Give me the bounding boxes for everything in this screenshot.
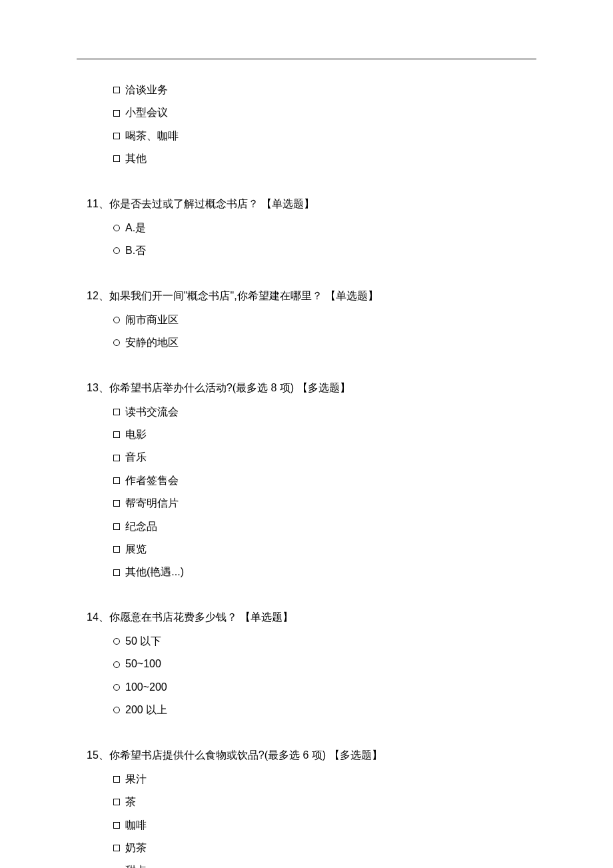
question-13: 13、你希望书店举办什么活动?(最多选 8 项) 【多选题】 读书交流会 电影 … <box>87 379 526 583</box>
checkbox-icon <box>113 133 120 139</box>
option-item[interactable]: 纪念品 <box>113 517 526 537</box>
radio-icon <box>113 661 120 668</box>
option-item[interactable]: 闹市商业区 <box>113 310 526 330</box>
option-item[interactable]: 奶茶 <box>113 838 526 858</box>
option-item[interactable]: 其他 <box>113 149 526 169</box>
option-label: 其他 <box>125 149 147 169</box>
option-list: 读书交流会 电影 音乐 作者签售会 帮寄明信片 纪念品 展览 其他(艳遇... <box>87 402 526 583</box>
option-item[interactable]: 帮寄明信片 <box>113 493 526 513</box>
option-label: A.是 <box>125 218 146 238</box>
option-label: 喝茶、咖啡 <box>125 126 179 146</box>
option-item[interactable]: 电影 <box>113 425 526 445</box>
option-item[interactable]: 50 以下 <box>113 631 526 651</box>
option-item[interactable]: 展览 <box>113 539 526 559</box>
checkbox-icon <box>113 87 120 93</box>
option-label: 甜点 <box>125 861 147 868</box>
checkbox-icon <box>113 822 120 829</box>
option-item[interactable]: 洽谈业务 <box>113 80 526 100</box>
checkbox-icon <box>113 546 120 553</box>
checkbox-icon <box>113 776 120 783</box>
option-item[interactable]: 甜点 <box>113 861 526 868</box>
checkbox-icon <box>113 455 120 461</box>
option-label: 帮寄明信片 <box>125 493 179 513</box>
question-title: 12、如果我们开一间"概念书店",你希望建在哪里？ 【单选题】 <box>87 287 526 305</box>
option-label: 50 以下 <box>125 631 161 651</box>
option-label: 纪念品 <box>125 517 157 537</box>
checkbox-icon <box>113 523 120 530</box>
option-label: 其他(艳遇...) <box>125 562 184 582</box>
option-list: 50 以下 50~100 100~200 200 以上 <box>87 631 526 721</box>
option-list: 洽谈业务 小型会议 喝茶、咖啡 其他 <box>87 80 526 169</box>
radio-icon <box>113 225 120 231</box>
option-label: 200 以上 <box>125 700 167 720</box>
question-14: 14、你愿意在书店花费多少钱？ 【单选题】 50 以下 50~100 100~2… <box>87 608 526 721</box>
option-list: 果汁 茶 咖啡 奶茶 甜点 其他 <box>87 769 526 868</box>
radio-icon <box>113 638 120 645</box>
option-label: 50~100 <box>125 654 161 674</box>
checkbox-icon <box>113 799 120 805</box>
radio-icon <box>113 707 120 713</box>
question-title: 15、你希望书店提供什么食物或饮品?(最多选 6 项) 【多选题】 <box>87 746 526 764</box>
option-label: 闹市商业区 <box>125 310 179 330</box>
option-label: 果汁 <box>125 769 147 789</box>
option-item[interactable]: 作者签售会 <box>113 471 526 491</box>
radio-icon <box>113 317 120 323</box>
question-12: 12、如果我们开一间"概念书店",你希望建在哪里？ 【单选题】 闹市商业区 安静… <box>87 287 526 353</box>
option-item[interactable]: 其他(艳遇...) <box>113 562 526 582</box>
question-11: 11、你是否去过或了解过概念书店？ 【单选题】 A.是 B.否 <box>87 195 526 261</box>
option-item[interactable]: B.否 <box>113 241 526 261</box>
option-item[interactable]: 音乐 <box>113 447 526 467</box>
question-15: 15、你希望书店提供什么食物或饮品?(最多选 6 项) 【多选题】 果汁 茶 咖… <box>87 746 526 868</box>
option-label: 音乐 <box>125 447 147 467</box>
checkbox-icon <box>113 477 120 484</box>
option-item[interactable]: 读书交流会 <box>113 402 526 422</box>
checkbox-icon <box>113 500 120 507</box>
option-label: 奶茶 <box>125 838 147 858</box>
option-item[interactable]: 小型会议 <box>113 103 526 123</box>
radio-icon <box>113 684 120 691</box>
checkbox-icon <box>113 431 120 438</box>
checkbox-icon <box>113 569 120 576</box>
option-label: 茶 <box>125 792 136 812</box>
checkbox-icon <box>113 110 120 117</box>
option-item[interactable]: A.是 <box>113 218 526 238</box>
option-item[interactable]: 安静的地区 <box>113 333 526 353</box>
checkbox-icon <box>113 845 120 851</box>
option-list: 闹市商业区 安静的地区 <box>87 310 526 353</box>
option-item[interactable]: 50~100 <box>113 654 526 674</box>
radio-icon <box>113 339 120 346</box>
option-item[interactable]: 咖啡 <box>113 815 526 835</box>
option-label: 作者签售会 <box>125 471 179 491</box>
question-title: 14、你愿意在书店花费多少钱？ 【单选题】 <box>87 608 526 626</box>
question-10-remaining: 洽谈业务 小型会议 喝茶、咖啡 其他 <box>87 80 526 169</box>
question-title: 13、你希望书店举办什么活动?(最多选 8 项) 【多选题】 <box>87 379 526 397</box>
question-title: 11、你是否去过或了解过概念书店？ 【单选题】 <box>87 195 526 213</box>
checkbox-icon <box>113 409 120 415</box>
option-label: 电影 <box>125 425 147 445</box>
option-item[interactable]: 茶 <box>113 792 526 812</box>
checkbox-icon <box>113 155 120 162</box>
option-label: B.否 <box>125 241 146 261</box>
option-item[interactable]: 100~200 <box>113 677 526 697</box>
radio-icon <box>113 247 120 254</box>
option-item[interactable]: 喝茶、咖啡 <box>113 126 526 146</box>
option-label: 咖啡 <box>125 815 147 835</box>
option-item[interactable]: 200 以上 <box>113 700 526 720</box>
option-item[interactable]: 果汁 <box>113 769 526 789</box>
option-label: 小型会议 <box>125 103 168 123</box>
option-label: 安静的地区 <box>125 333 179 353</box>
option-list: A.是 B.否 <box>87 218 526 261</box>
option-label: 100~200 <box>125 677 167 697</box>
option-label: 读书交流会 <box>125 402 179 422</box>
option-label: 洽谈业务 <box>125 80 168 100</box>
option-label: 展览 <box>125 539 147 559</box>
